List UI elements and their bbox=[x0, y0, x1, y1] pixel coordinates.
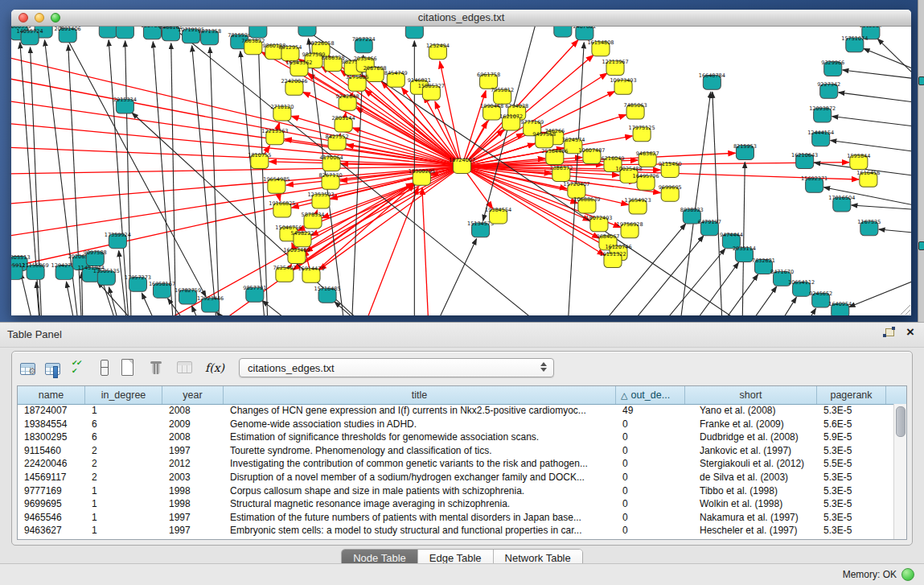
graph-node[interactable]: 6479197 bbox=[698, 219, 721, 236]
column-header-title[interactable]: title bbox=[224, 386, 616, 404]
graph-node[interactable]: 2087032 bbox=[551, 27, 574, 37]
column-header-indegree[interactable]: in_degree bbox=[85, 386, 162, 404]
graph-node[interactable]: 17957273 bbox=[125, 274, 151, 291]
graph-node[interactable]: 7957224 bbox=[352, 36, 376, 53]
rows-icon[interactable] bbox=[99, 359, 109, 377]
graph-node[interactable]: 12213363 bbox=[261, 128, 288, 145]
graph-node[interactable]: 7625402 bbox=[273, 266, 296, 282]
graph-edge[interactable] bbox=[262, 301, 350, 315]
scrollbar-thumb[interactable] bbox=[896, 406, 906, 437]
graph-edge[interactable] bbox=[879, 229, 911, 236]
graph-edge[interactable] bbox=[703, 286, 776, 315]
graph-node[interactable]: 9115460 bbox=[659, 161, 682, 178]
graph-node[interactable]: 6961758 bbox=[477, 72, 500, 89]
graph-edge[interactable] bbox=[713, 92, 725, 315]
graph-edge[interactable] bbox=[11, 51, 462, 167]
graph-node[interactable]: 9329966 bbox=[821, 60, 844, 76]
table-row[interactable]: 2242004622012Investigating the contribut… bbox=[18, 457, 894, 471]
graph-node[interactable]: 15692371 bbox=[801, 175, 827, 192]
table-scrollbar[interactable] bbox=[893, 404, 906, 539]
graph-node[interactable]: 1167535 bbox=[857, 219, 881, 236]
graph-edge[interactable] bbox=[414, 239, 476, 315]
graph-node[interactable]: 16648784 bbox=[699, 73, 725, 90]
fx-icon[interactable]: f(x) bbox=[205, 359, 224, 377]
graph-edge[interactable] bbox=[217, 312, 269, 315]
graph-node[interactable]: 17359924 bbox=[105, 232, 131, 249]
graph-node[interactable]: 15134575 bbox=[467, 220, 494, 237]
table-row[interactable]: 946362711997Embryonic stem cells: a mode… bbox=[18, 524, 894, 538]
graph-edge[interactable] bbox=[621, 249, 725, 315]
network-window[interactable]: citations_edges.txt 20605592037074414055… bbox=[11, 10, 911, 315]
graph-edge[interactable] bbox=[831, 140, 911, 155]
graph-node[interactable]: 7485063 bbox=[624, 102, 647, 119]
import-table-icon[interactable] bbox=[176, 359, 195, 377]
graph-node[interactable]: 13654923 bbox=[625, 197, 651, 214]
graph-node[interactable]: 4170064 bbox=[320, 154, 343, 171]
graph-node[interactable]: 11156869 bbox=[23, 263, 49, 280]
table-row[interactable]: 911546021997Tourette syndrome. Phenomeno… bbox=[18, 444, 894, 458]
close-panel-icon[interactable]: × bbox=[906, 327, 914, 337]
table-row[interactable]: 1456911722003Disruption of a novel membe… bbox=[18, 471, 894, 484]
graph-node[interactable]: 7663822 bbox=[241, 38, 265, 55]
graph-node[interactable]: 9857791 bbox=[243, 285, 266, 302]
graph-node[interactable]: 19654985 bbox=[263, 176, 290, 193]
graph-node[interactable]: 2718120 bbox=[270, 104, 294, 121]
graph-node[interactable]: 16210643 bbox=[791, 152, 818, 169]
graph-node[interactable]: 1640954 bbox=[828, 301, 852, 315]
table-row[interactable]: 969969511998Structural magnetic resonanc… bbox=[18, 497, 894, 511]
graph-node[interactable]: 9497568 bbox=[532, 131, 556, 148]
graph-node[interactable]: 20891406 bbox=[55, 27, 81, 43]
graph-node[interactable]: 8813054 bbox=[296, 27, 319, 36]
graph-edge[interactable] bbox=[839, 93, 911, 106]
graph-edge[interactable] bbox=[849, 267, 911, 307]
graph-node[interactable]: 17016504 bbox=[828, 195, 855, 212]
column-header-short[interactable]: short bbox=[685, 386, 817, 404]
graph-node[interactable]: 8454749 bbox=[384, 71, 408, 88]
new-document-icon[interactable] bbox=[118, 359, 138, 377]
column-select-icon[interactable] bbox=[45, 363, 60, 375]
graph-node[interactable]: 17975125 bbox=[629, 125, 655, 142]
graph-edge[interactable] bbox=[291, 116, 462, 166]
graph-node[interactable]: 1810755 bbox=[248, 152, 271, 169]
graph-node[interactable]: 9242848 bbox=[336, 93, 359, 110]
table-row[interactable]: 1830029562008Estimation of significance … bbox=[18, 431, 894, 444]
network-canvas[interactable]: 2060559203707441405572420891406184371911… bbox=[11, 27, 911, 315]
graph-node[interactable]: 1595844 bbox=[847, 153, 870, 170]
graph-node[interactable]: 1252494 bbox=[426, 43, 450, 60]
graph-edge[interactable] bbox=[652, 262, 738, 315]
graph-edge[interactable] bbox=[171, 43, 177, 315]
graph-node[interactable]: 12093872 bbox=[809, 105, 836, 122]
graph-edge[interactable] bbox=[877, 39, 911, 106]
graph-edge[interactable] bbox=[852, 205, 911, 212]
graph-node[interactable]: 18072493 bbox=[585, 215, 612, 232]
graph-node[interactable]: 7955812 bbox=[491, 87, 514, 104]
graph-node[interactable]: 8267130 bbox=[319, 172, 343, 189]
graph-node[interactable]: 19756928 bbox=[617, 221, 643, 238]
graph-node[interactable]: 8912954 bbox=[278, 44, 302, 61]
graph-edge[interactable] bbox=[735, 297, 796, 315]
float-panel-icon[interactable] bbox=[883, 327, 895, 337]
graph-node[interactable]: 1616456 bbox=[856, 170, 880, 187]
graph-node[interactable]: 5878334 bbox=[302, 212, 325, 229]
delete-icon[interactable] bbox=[147, 359, 166, 377]
graph-node[interactable]: 9097588 bbox=[84, 249, 107, 266]
graph-node[interactable]: 1621072 bbox=[499, 113, 523, 130]
graph-node[interactable]: 9671358 bbox=[198, 28, 221, 45]
column-header-year[interactable]: year bbox=[162, 386, 224, 404]
table-row[interactable]: 1872400712008Changes of HCN gene express… bbox=[18, 404, 894, 418]
graph-node[interactable]: 16914479 bbox=[298, 266, 324, 282]
column-header-name[interactable]: name bbox=[18, 386, 85, 404]
column-header-pagerank[interactable]: pagerank bbox=[817, 386, 886, 404]
graph-node[interactable]: 15751074 bbox=[841, 35, 868, 52]
graph-node[interactable]: 9227342 bbox=[817, 81, 840, 98]
graph-node[interactable]: 2915334 bbox=[113, 97, 137, 113]
table-row[interactable]: 977716911998Corpus callosum shape and si… bbox=[18, 484, 894, 498]
graph-node[interactable]: 16154808 bbox=[587, 39, 614, 56]
graph-node[interactable]: 9463627 bbox=[636, 150, 659, 167]
table-row[interactable]: 1938455462009Genome-wide association stu… bbox=[18, 418, 894, 431]
graph-edge[interactable] bbox=[832, 117, 911, 130]
graph-node[interactable]: 5498222 bbox=[290, 230, 314, 247]
row-checks-icon[interactable] bbox=[70, 359, 89, 377]
graph-node[interactable]: 15720407 bbox=[563, 181, 589, 198]
graph-edge[interactable] bbox=[843, 70, 911, 82]
